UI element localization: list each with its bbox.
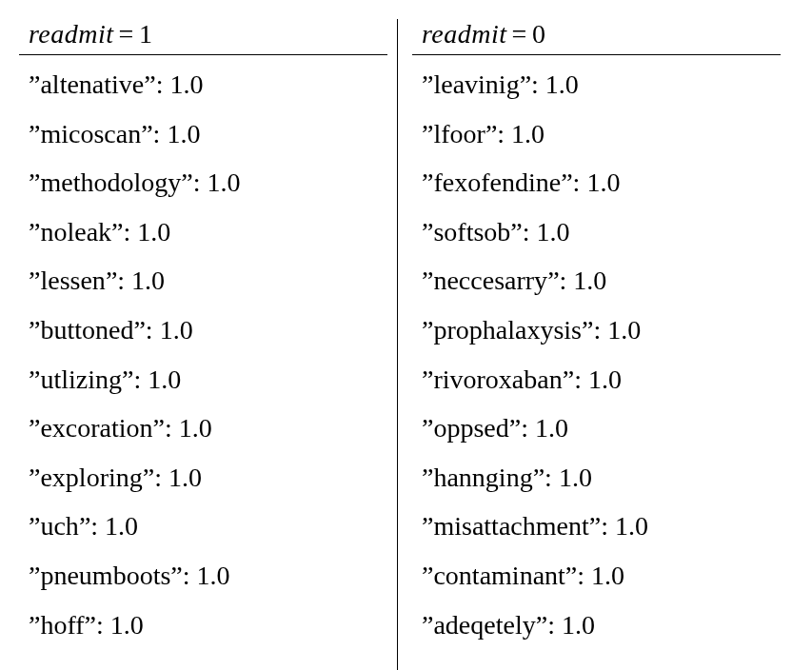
column-readmit-0: readmit=0 ”leavinig”: 1.0 ”lfoor”: 1.0 ”…: [398, 19, 790, 670]
table-row: ”excoration”: 1.0: [19, 404, 387, 453]
term: contaminant: [433, 561, 564, 590]
value: 1.0: [615, 511, 648, 541]
table-row: ”methodology”: 1.0: [19, 158, 387, 207]
term: micoscan: [40, 119, 141, 148]
table-row: ”misattachment”: 1.0: [412, 502, 781, 551]
value: 1.0: [179, 413, 212, 443]
value: 1.0: [110, 610, 144, 640]
term: noleak: [40, 217, 111, 246]
term: fexofendine: [433, 168, 561, 197]
value: 1.0: [167, 119, 200, 148]
term: leavinig: [433, 69, 519, 99]
value: 1.0: [591, 561, 624, 590]
term: excoration: [40, 413, 152, 443]
table-row: ”leavinig”: 1.0: [412, 60, 781, 109]
table-row: ”neccesarry”: 1.0: [412, 256, 781, 305]
value: 1.0: [559, 463, 592, 492]
table-row: ”lessen”: 1.0: [19, 256, 387, 305]
value: 1.0: [573, 266, 606, 295]
term: lfoor: [433, 119, 485, 148]
comparison-table: readmit=1 ”altenative”: 1.0 ”micoscan”: …: [19, 19, 790, 670]
term: pneumboots: [40, 561, 170, 590]
table-row: ”micoscan”: 1.0: [19, 109, 387, 159]
value: 1.0: [105, 511, 138, 541]
table-row: ”prophalaxysis”: 1.0: [412, 305, 781, 355]
table-row: ”hannging”: 1.0: [412, 453, 781, 502]
ellipsis: ...: [19, 649, 387, 670]
term: neccesarry: [433, 266, 547, 295]
table-row: ”softsob”: 1.0: [412, 207, 781, 257]
term: hoff: [40, 610, 84, 640]
table-row: ”altenative”: 1.0: [19, 60, 387, 109]
table-row: ”noleak”: 1.0: [19, 207, 387, 257]
value: 1.0: [160, 315, 193, 345]
table-row: ”adeqetely”: 1.0: [412, 601, 781, 650]
column-header-left: readmit=1: [19, 19, 387, 55]
term: misattachment: [433, 511, 588, 541]
term: oppsed: [433, 413, 508, 443]
header-var: readmit: [422, 19, 507, 49]
term: methodology: [40, 168, 181, 197]
term: buttoned: [40, 315, 133, 345]
term: lessen: [40, 266, 105, 295]
table-row: ”utlizing”: 1.0: [19, 355, 387, 404]
value: 1.0: [607, 315, 641, 345]
column-header-right: readmit=0: [412, 19, 781, 55]
value: 1.0: [197, 561, 230, 590]
table-row: ”rivoroxaban”: 1.0: [412, 355, 781, 404]
value: 1.0: [168, 463, 202, 492]
term: exploring: [40, 463, 142, 492]
value: 1.0: [131, 266, 165, 295]
term: softsob: [433, 217, 510, 246]
value: 1.0: [207, 168, 240, 197]
table-row: ”fexofendine”: 1.0: [412, 158, 781, 207]
value: 1.0: [535, 413, 568, 443]
table-row: ”hoff”: 1.0: [19, 601, 387, 650]
value: 1.0: [562, 610, 595, 640]
table-row: ”buttoned”: 1.0: [19, 305, 387, 355]
term: uch: [40, 511, 78, 541]
value: 1.0: [169, 69, 203, 99]
equals-sign: =: [507, 19, 532, 49]
value: 1.0: [148, 365, 181, 394]
value: 1.0: [588, 365, 622, 394]
column-readmit-1: readmit=1 ”altenative”: 1.0 ”micoscan”: …: [19, 19, 398, 670]
equals-sign: =: [114, 19, 139, 49]
table-row: ”lfoor”: 1.0: [412, 109, 781, 159]
value: 1.0: [586, 168, 620, 197]
term: hannging: [433, 463, 532, 492]
term: prophalaxysis: [433, 315, 582, 345]
term: utlizing: [40, 365, 122, 394]
header-val: 1: [139, 19, 153, 49]
term: adeqetely: [433, 610, 535, 640]
header-var: readmit: [29, 19, 114, 49]
table-row: ”uch”: 1.0: [19, 502, 387, 551]
header-val: 0: [532, 19, 546, 49]
table-row: ”pneumboots”: 1.0: [19, 551, 387, 601]
table-row: ”contaminant”: 1.0: [412, 551, 781, 601]
ellipsis: ...: [412, 649, 781, 670]
table-row: ”exploring”: 1.0: [19, 453, 387, 502]
value: 1.0: [511, 119, 545, 148]
value: 1.0: [545, 69, 579, 99]
value: 1.0: [537, 217, 570, 246]
value: 1.0: [137, 217, 170, 246]
term: altenative: [40, 69, 144, 99]
table-row: ”oppsed”: 1.0: [412, 404, 781, 453]
term: rivoroxaban: [433, 365, 562, 394]
